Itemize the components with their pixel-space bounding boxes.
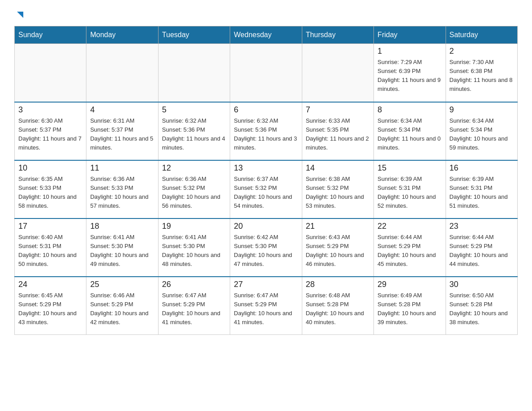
day-info: Sunrise: 6:32 AMSunset: 5:36 PMDaylight:… — [162, 116, 226, 153]
day-number: 5 — [162, 105, 226, 115]
calendar-cell: 17Sunrise: 6:40 AMSunset: 5:31 PMDayligh… — [15, 218, 86, 277]
calendar-cell: 1Sunrise: 7:29 AMSunset: 6:39 PMDaylight… — [374, 44, 446, 102]
calendar-week-row: 1Sunrise: 7:29 AMSunset: 6:39 PMDaylight… — [15, 44, 518, 102]
day-info: Sunrise: 6:43 AMSunset: 5:29 PMDaylight:… — [306, 233, 370, 269]
calendar-cell — [15, 44, 86, 102]
page-header — [14, 11, 518, 21]
day-number: 24 — [18, 280, 82, 289]
weekday-header-wednesday: Wednesday — [230, 26, 302, 44]
day-number: 25 — [90, 280, 154, 289]
calendar-cell: 14Sunrise: 6:38 AMSunset: 5:32 PMDayligh… — [302, 160, 373, 218]
day-number: 15 — [378, 163, 442, 173]
day-info: Sunrise: 7:29 AMSunset: 6:39 PMDaylight:… — [378, 58, 442, 94]
calendar-cell: 26Sunrise: 6:47 AMSunset: 5:29 PMDayligh… — [158, 277, 230, 335]
day-info: Sunrise: 6:41 AMSunset: 5:30 PMDaylight:… — [90, 233, 154, 269]
calendar-cell: 8Sunrise: 6:34 AMSunset: 5:34 PMDaylight… — [374, 102, 446, 160]
day-info: Sunrise: 6:30 AMSunset: 5:37 PMDaylight:… — [18, 116, 82, 153]
calendar-cell: 23Sunrise: 6:44 AMSunset: 5:29 PMDayligh… — [446, 218, 517, 277]
calendar-cell: 18Sunrise: 6:41 AMSunset: 5:30 PMDayligh… — [86, 218, 158, 277]
day-number: 11 — [90, 163, 154, 173]
day-number: 21 — [306, 222, 370, 231]
day-number: 29 — [378, 280, 442, 289]
calendar-cell: 5Sunrise: 6:32 AMSunset: 5:36 PMDaylight… — [158, 102, 230, 160]
calendar-week-row: 17Sunrise: 6:40 AMSunset: 5:31 PMDayligh… — [15, 218, 518, 277]
calendar-cell: 6Sunrise: 6:32 AMSunset: 5:36 PMDaylight… — [230, 102, 302, 160]
day-number: 4 — [90, 105, 154, 115]
calendar-cell: 9Sunrise: 6:34 AMSunset: 5:34 PMDaylight… — [446, 102, 517, 160]
day-info: Sunrise: 6:44 AMSunset: 5:29 PMDaylight:… — [450, 233, 514, 269]
day-info: Sunrise: 6:47 AMSunset: 5:29 PMDaylight:… — [162, 291, 226, 327]
weekday-header-saturday: Saturday — [446, 26, 517, 44]
calendar-cell: 12Sunrise: 6:36 AMSunset: 5:32 PMDayligh… — [158, 160, 230, 218]
calendar-week-row: 10Sunrise: 6:35 AMSunset: 5:33 PMDayligh… — [15, 160, 518, 218]
calendar-cell: 28Sunrise: 6:48 AMSunset: 5:28 PMDayligh… — [302, 277, 373, 335]
day-info: Sunrise: 6:40 AMSunset: 5:31 PMDaylight:… — [18, 233, 82, 269]
calendar-cell — [86, 44, 158, 102]
day-number: 9 — [450, 105, 514, 115]
day-number: 30 — [450, 280, 514, 289]
calendar-cell: 22Sunrise: 6:44 AMSunset: 5:29 PMDayligh… — [374, 218, 446, 277]
calendar-cell: 21Sunrise: 6:43 AMSunset: 5:29 PMDayligh… — [302, 218, 373, 277]
day-number: 19 — [162, 222, 226, 231]
calendar-week-row: 24Sunrise: 6:45 AMSunset: 5:29 PMDayligh… — [15, 277, 518, 335]
day-info: Sunrise: 6:32 AMSunset: 5:36 PMDaylight:… — [234, 116, 298, 153]
day-info: Sunrise: 6:47 AMSunset: 5:29 PMDaylight:… — [234, 291, 298, 327]
day-number: 18 — [90, 222, 154, 231]
calendar-week-row: 3Sunrise: 6:30 AMSunset: 5:37 PMDaylight… — [15, 102, 518, 160]
day-info: Sunrise: 6:35 AMSunset: 5:33 PMDaylight:… — [18, 175, 82, 211]
logo — [14, 11, 25, 21]
day-number: 14 — [306, 163, 370, 173]
day-info: Sunrise: 6:39 AMSunset: 5:31 PMDaylight:… — [378, 175, 442, 211]
day-number: 16 — [450, 163, 514, 173]
day-info: Sunrise: 6:49 AMSunset: 5:28 PMDaylight:… — [378, 291, 442, 327]
calendar-cell: 20Sunrise: 6:42 AMSunset: 5:30 PMDayligh… — [230, 218, 302, 277]
day-info: Sunrise: 6:34 AMSunset: 5:34 PMDaylight:… — [450, 116, 514, 153]
weekday-header-monday: Monday — [86, 26, 158, 44]
svg-marker-0 — [17, 12, 23, 18]
day-number: 10 — [18, 163, 82, 173]
weekday-header-friday: Friday — [374, 26, 446, 44]
calendar-cell — [158, 44, 230, 102]
day-number: 26 — [162, 280, 226, 289]
weekday-header-thursday: Thursday — [302, 26, 373, 44]
day-number: 3 — [18, 105, 82, 115]
calendar-cell — [302, 44, 373, 102]
calendar-cell: 10Sunrise: 6:35 AMSunset: 5:33 PMDayligh… — [15, 160, 86, 218]
day-info: Sunrise: 6:36 AMSunset: 5:33 PMDaylight:… — [90, 175, 154, 211]
calendar-cell: 2Sunrise: 7:30 AMSunset: 6:38 PMDaylight… — [446, 44, 517, 102]
day-number: 23 — [450, 222, 514, 231]
calendar-cell — [230, 44, 302, 102]
day-number: 28 — [306, 280, 370, 289]
calendar-cell: 29Sunrise: 6:49 AMSunset: 5:28 PMDayligh… — [374, 277, 446, 335]
calendar-cell: 19Sunrise: 6:41 AMSunset: 5:30 PMDayligh… — [158, 218, 230, 277]
day-info: Sunrise: 6:37 AMSunset: 5:32 PMDaylight:… — [234, 175, 298, 211]
calendar-cell: 16Sunrise: 6:39 AMSunset: 5:31 PMDayligh… — [446, 160, 517, 218]
day-number: 1 — [378, 47, 442, 56]
day-number: 2 — [450, 47, 514, 56]
day-info: Sunrise: 6:31 AMSunset: 5:37 PMDaylight:… — [90, 116, 154, 153]
day-number: 22 — [378, 222, 442, 231]
calendar-cell: 13Sunrise: 6:37 AMSunset: 5:32 PMDayligh… — [230, 160, 302, 218]
calendar-cell: 25Sunrise: 6:46 AMSunset: 5:29 PMDayligh… — [86, 277, 158, 335]
logo-arrow-icon — [15, 11, 25, 21]
weekday-header-sunday: Sunday — [15, 26, 86, 44]
day-number: 13 — [234, 163, 298, 173]
day-info: Sunrise: 6:38 AMSunset: 5:32 PMDaylight:… — [306, 175, 370, 211]
day-info: Sunrise: 6:39 AMSunset: 5:31 PMDaylight:… — [450, 175, 514, 211]
day-number: 8 — [378, 105, 442, 115]
weekday-header-row: SundayMondayTuesdayWednesdayThursdayFrid… — [15, 26, 518, 44]
weekday-header-tuesday: Tuesday — [158, 26, 230, 44]
day-info: Sunrise: 6:34 AMSunset: 5:34 PMDaylight:… — [378, 116, 442, 153]
calendar-cell: 15Sunrise: 6:39 AMSunset: 5:31 PMDayligh… — [374, 160, 446, 218]
calendar-cell: 30Sunrise: 6:50 AMSunset: 5:28 PMDayligh… — [446, 277, 517, 335]
day-number: 27 — [234, 280, 298, 289]
calendar-cell: 24Sunrise: 6:45 AMSunset: 5:29 PMDayligh… — [15, 277, 86, 335]
calendar-cell: 27Sunrise: 6:47 AMSunset: 5:29 PMDayligh… — [230, 277, 302, 335]
day-info: Sunrise: 6:41 AMSunset: 5:30 PMDaylight:… — [162, 233, 226, 269]
day-number: 20 — [234, 222, 298, 231]
day-info: Sunrise: 6:46 AMSunset: 5:29 PMDaylight:… — [90, 291, 154, 327]
day-info: Sunrise: 6:42 AMSunset: 5:30 PMDaylight:… — [234, 233, 298, 269]
calendar-cell: 3Sunrise: 6:30 AMSunset: 5:37 PMDaylight… — [15, 102, 86, 160]
day-info: Sunrise: 6:36 AMSunset: 5:32 PMDaylight:… — [162, 175, 226, 211]
calendar-cell: 11Sunrise: 6:36 AMSunset: 5:33 PMDayligh… — [86, 160, 158, 218]
